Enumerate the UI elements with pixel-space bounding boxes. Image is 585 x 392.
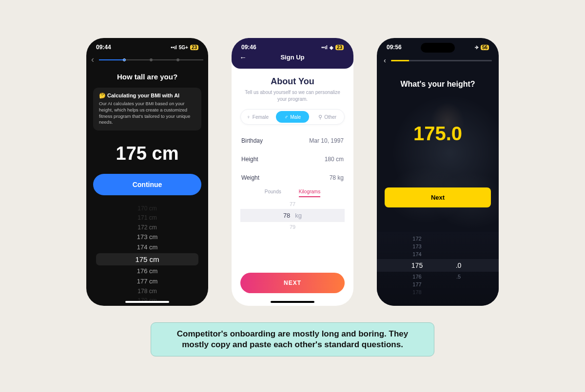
picker-option[interactable]: 178 cm	[86, 287, 208, 296]
picker-option[interactable]: 79	[232, 223, 353, 231]
gender-female[interactable]: ♀Female	[241, 110, 274, 124]
gender-other[interactable]: ⚲Other	[311, 110, 344, 124]
male-icon: ♂	[284, 114, 288, 120]
unit-pounds[interactable]: Pounds	[265, 189, 281, 197]
picker-row[interactable]: 174	[377, 250, 499, 258]
home-indicator[interactable]	[271, 301, 314, 303]
height-picker[interactable]: 170 cm 171 cm 172 cm 173 cm 174 cm 175 c…	[86, 204, 208, 305]
picker-option[interactable]: 176 cm	[86, 266, 208, 277]
progress-bar	[391, 60, 492, 61]
picker-row[interactable]: 172	[377, 235, 499, 243]
info-desc: Our AI calculates your BMI based on your…	[99, 101, 195, 126]
height-value: 180 cm	[325, 156, 344, 163]
picker-option-selected[interactable]: 175 cm	[96, 253, 198, 265]
subtitle: Tell us about yourself so we can persona…	[232, 89, 353, 102]
home-indicator[interactable]	[125, 301, 169, 303]
network-label: 5G+	[179, 45, 188, 50]
weight-label: Weight	[241, 174, 259, 181]
status-time: 09:46	[241, 44, 256, 51]
weight-picker[interactable]: 77 78 kg 79	[232, 200, 353, 231]
gender-male[interactable]: ♂Male	[276, 111, 310, 123]
signal-icon: ••ıl	[171, 45, 177, 50]
caption-box: Competitor's onboarding are mostly long …	[151, 322, 434, 356]
back-chevron-icon[interactable]: ‹	[91, 55, 94, 65]
continue-button[interactable]: Continue	[93, 174, 201, 195]
battery-pill: 56	[481, 45, 489, 50]
top-bar: ‹	[377, 53, 499, 67]
picker-row[interactable]: 177	[377, 280, 499, 288]
height-picker[interactable]: 172 173 174 175.0 176.5 177 178	[377, 232, 499, 306]
background-image	[377, 96, 499, 238]
weight-value: 78 kg	[330, 174, 344, 181]
picker-row-selected[interactable]: 175.0	[377, 259, 499, 272]
unit-kilograms[interactable]: Kilograms	[299, 189, 320, 197]
picker-option-selected[interactable]: 78 kg	[240, 209, 345, 222]
battery-pill: 23	[335, 45, 344, 50]
info-box: 🤔 Calculating your BMI with AI Our AI ca…	[93, 88, 201, 131]
status-right: ✈ 56	[475, 45, 489, 50]
height-label: Height	[241, 156, 258, 163]
signal-icon: ••ıl	[321, 45, 328, 50]
picker-option[interactable]: 177 cm	[86, 277, 208, 287]
picker-row[interactable]: 173	[377, 243, 499, 250]
birthday-label: Birthday	[241, 137, 263, 144]
phone-row: 09:44 ••ıl 5G+ 23 ‹ How tall are you? 🤔 …	[86, 38, 499, 306]
next-button[interactable]: Next	[385, 187, 491, 207]
page-title: About You	[232, 76, 353, 87]
birthday-value: Mar 10, 1997	[309, 137, 344, 144]
picker-option[interactable]: 174 cm	[86, 243, 208, 253]
gender-toggle[interactable]: ♀Female ♂Male ⚲Other	[240, 109, 345, 125]
header: 09:46 ••ıl ◈ 23 ← Sign Up	[232, 38, 353, 69]
selected-height: 175 cm	[86, 143, 208, 164]
title-bar: ← Sign Up	[232, 53, 353, 61]
progress-bar: ‹	[86, 53, 208, 70]
status-bar: 09:46 ••ıl ◈ 23	[232, 38, 353, 53]
wifi-icon: ◈	[330, 45, 333, 50]
airplane-icon: ✈	[475, 45, 479, 50]
unit-tabs[interactable]: Pounds Kilograms	[232, 189, 353, 197]
picker-option[interactable]: 172 cm	[86, 223, 208, 232]
info-title: 🤔 Calculating your BMI with AI	[99, 93, 195, 99]
phone-1: 09:44 ••ıl 5G+ 23 ‹ How tall are you? 🤔 …	[86, 38, 208, 306]
female-icon: ♀	[247, 114, 251, 120]
phone-2: 09:46 ••ıl ◈ 23 ← Sign Up About You Tell…	[232, 38, 353, 306]
battery-pill: 23	[190, 45, 198, 50]
dynamic-island	[421, 43, 455, 53]
status-right: ••ıl 5G+ 23	[171, 45, 198, 50]
height-field[interactable]: Height 180 cm	[232, 150, 353, 168]
page-title: What's your height?	[377, 80, 499, 89]
progress-fill	[391, 60, 409, 61]
birthday-field[interactable]: Birthday Mar 10, 1997	[232, 131, 353, 150]
status-time: 09:56	[387, 44, 402, 51]
picker-option[interactable]: 170 cm	[86, 204, 208, 213]
screen-title: Sign Up	[280, 54, 304, 61]
phone-3: 09:56 ✈ 56 ‹ What's your height? 175.0 N…	[377, 38, 499, 306]
selected-height: 175.0	[377, 123, 499, 145]
other-icon: ⚲	[318, 114, 322, 120]
weight-field[interactable]: Weight 78 kg	[232, 168, 353, 187]
picker-option[interactable]: 173 cm	[86, 232, 208, 243]
picker-row[interactable]: 176.5	[377, 273, 499, 280]
status-time: 09:44	[96, 44, 111, 51]
back-arrow-icon[interactable]: ←	[239, 53, 247, 61]
next-button[interactable]: NEXT	[240, 273, 345, 293]
status-right: ••ıl ◈ 23	[321, 45, 344, 50]
back-chevron-icon[interactable]: ‹	[384, 56, 386, 64]
picker-row[interactable]: 178	[377, 288, 499, 296]
status-bar: 09:44 ••ıl 5G+ 23	[86, 38, 208, 53]
progress-track	[99, 58, 203, 61]
picker-option[interactable]: 77	[232, 200, 353, 208]
page-title: How tall are you?	[86, 73, 208, 81]
picker-option[interactable]: 171 cm	[86, 213, 208, 223]
